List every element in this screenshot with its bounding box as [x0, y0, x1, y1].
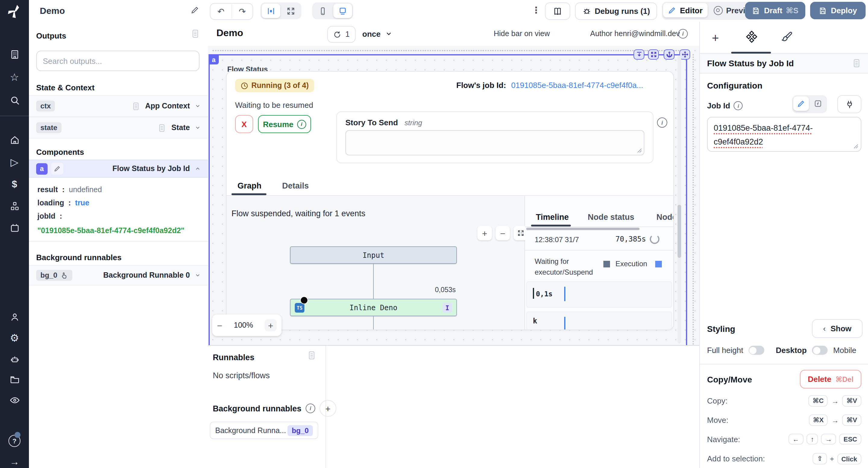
jobid-label: Job Id: [707, 101, 730, 110]
debug-runs-button[interactable]: Debug runs (1): [575, 2, 657, 20]
zoom-in-button[interactable]: +: [265, 319, 277, 331]
edit-title-icon[interactable]: [190, 5, 199, 14]
component-tag[interactable]: a: [209, 54, 219, 64]
full-height-toggle[interactable]: [749, 346, 764, 355]
kbd-esc: ESC: [839, 434, 861, 444]
app-canvas[interactable]: a Flow Status Running (3 of 4) Flow's jo…: [208, 46, 699, 345]
insert-component-tab[interactable]: +: [712, 31, 719, 45]
components-heading: Components: [36, 147, 84, 157]
folders-icon[interactable]: [8, 373, 21, 386]
background-runnable-item[interactable]: Background Runna... bg_0: [210, 422, 318, 439]
schedules-icon[interactable]: [8, 222, 21, 234]
search-icon[interactable]: [8, 94, 21, 106]
center-layout-button[interactable]: [261, 4, 280, 18]
ctx-row[interactable]: ctx App Context: [29, 95, 208, 117]
refresh-button[interactable]: 1: [327, 26, 355, 43]
chevron-down-icon: [385, 30, 393, 37]
fullwidth-layout-button[interactable]: [281, 4, 300, 18]
schedule-dropdown[interactable]: once: [362, 26, 393, 41]
doc-icon[interactable]: [852, 59, 861, 68]
zoom-out-button[interactable]: −: [495, 226, 510, 240]
plug-icon[interactable]: [837, 95, 861, 113]
canvas-scrollbar[interactable]: [678, 56, 681, 343]
deploy-button[interactable]: Deploy: [810, 2, 866, 19]
story-textarea[interactable]: [345, 130, 644, 156]
runs-icon[interactable]: ▷: [8, 156, 21, 168]
background-runnable-row[interactable]: bg_0 Background Runnable 0: [29, 265, 208, 286]
fn-icon[interactable]: [810, 96, 826, 111]
flow-node-inline-deno[interactable]: TS Inline Deno I: [290, 299, 457, 316]
delete-shortcut: ⌘Del: [835, 375, 854, 383]
flow-node-input[interactable]: Input: [290, 246, 457, 264]
cancel-button[interactable]: X: [235, 115, 253, 133]
app-title: Demo: [40, 5, 65, 16]
search-input[interactable]: Search outputs...: [36, 51, 199, 71]
full-height-label: Full height: [707, 346, 743, 355]
resume-button[interactable]: Resume i: [258, 115, 311, 133]
show-styling-button[interactable]: ‹ Show: [812, 319, 863, 338]
jobid-textarea[interactable]: 0191085e-5baa-81ef-4774- c9ef4f0a92d2: [707, 117, 861, 152]
flow-graph[interactable]: Flow suspended, waiting for 1 events + −…: [227, 196, 525, 330]
zoom-in-button[interactable]: +: [477, 226, 492, 240]
add-background-runnable-button[interactable]: +: [319, 400, 336, 417]
legend-waiting-line2: executor/Suspend: [535, 268, 593, 276]
info-icon[interactable]: i: [734, 101, 743, 110]
windmill-logo[interactable]: [7, 4, 22, 19]
tab-timeline[interactable]: Timeline: [536, 212, 569, 222]
tab-editor[interactable]: Editor: [663, 3, 707, 18]
edit-component-icon[interactable]: [51, 163, 63, 175]
search-placeholder: Search outputs...: [43, 56, 102, 65]
info-icon[interactable]: i: [306, 404, 315, 413]
help-icon[interactable]: ?: [8, 435, 21, 447]
workspace-icon[interactable]: [8, 48, 21, 60]
collapse-rail-icon[interactable]: →: [8, 456, 21, 468]
component-label: Flow Status by Job Id: [113, 164, 190, 173]
home-icon[interactable]: [8, 134, 21, 146]
delete-button[interactable]: Delete ⌘Del: [800, 370, 861, 389]
gear-icon[interactable]: ⚙: [8, 332, 21, 344]
redo-button[interactable]: ↷: [232, 4, 253, 19]
kebab-menu-icon[interactable]: ⋮: [532, 5, 541, 16]
eye-icon[interactable]: [8, 394, 21, 406]
zoom-out-button[interactable]: −: [217, 320, 222, 330]
brush-icon[interactable]: [781, 31, 793, 43]
doc-icon[interactable]: [190, 29, 200, 38]
info-icon[interactable]: i: [678, 29, 688, 38]
static-input-pencil-icon[interactable]: [793, 96, 809, 111]
download-icon[interactable]: [633, 49, 644, 60]
tab-node[interactable]: Node: [656, 212, 674, 222]
resources-icon[interactable]: [8, 200, 21, 212]
shortcut-row-selection: Add to selection: ⇧ + Click: [707, 453, 861, 464]
billing-icon[interactable]: $: [8, 178, 21, 190]
workers-icon[interactable]: [8, 353, 21, 365]
anchor-icon[interactable]: [664, 49, 675, 60]
users-icon[interactable]: [8, 311, 21, 323]
doc-icon[interactable]: [307, 350, 316, 360]
tab-graph[interactable]: Graph: [238, 181, 261, 190]
info-icon[interactable]: i: [657, 118, 667, 128]
desktop-mobile-toggle[interactable]: [812, 346, 828, 355]
components-icon[interactable]: [746, 31, 758, 43]
tab-details[interactable]: Details: [282, 181, 309, 190]
debug-runs-label: Debug runs (1): [595, 7, 650, 16]
undo-button[interactable]: ↶: [210, 4, 232, 19]
component-row-selected[interactable]: a Flow Status by Job Id: [29, 160, 208, 178]
desktop-icon[interactable]: [333, 4, 352, 18]
docs-button[interactable]: [545, 2, 570, 20]
job-id-link[interactable]: 0191085e-5baa-81ef-4774-c9ef4f0a...: [511, 81, 643, 90]
tab-node-status[interactable]: Node status: [588, 212, 634, 222]
expand-icon[interactable]: [648, 49, 659, 60]
typescript-badge: TS: [295, 303, 304, 312]
author-label: Author henri@windmill.dev: [590, 30, 680, 38]
phone-icon[interactable]: [313, 4, 332, 18]
favorites-icon[interactable]: ☆: [8, 71, 21, 83]
screenshot-root: ☆ ▷ $ ⚙ ? → Demo ↶ ↷ ⋮: [0, 0, 868, 468]
save-icon: [819, 6, 827, 15]
draft-button[interactable]: Draft ⌘S: [745, 2, 805, 19]
navigate-label: Navigate:: [707, 435, 740, 444]
legend-waiting-line1: Waiting for: [535, 257, 569, 266]
timeline-tick-start: [533, 288, 534, 299]
scrollbar-thumb[interactable]: [678, 205, 681, 258]
horizontal-scrollbar[interactable]: [526, 228, 640, 230]
state-row[interactable]: state State: [29, 117, 208, 138]
